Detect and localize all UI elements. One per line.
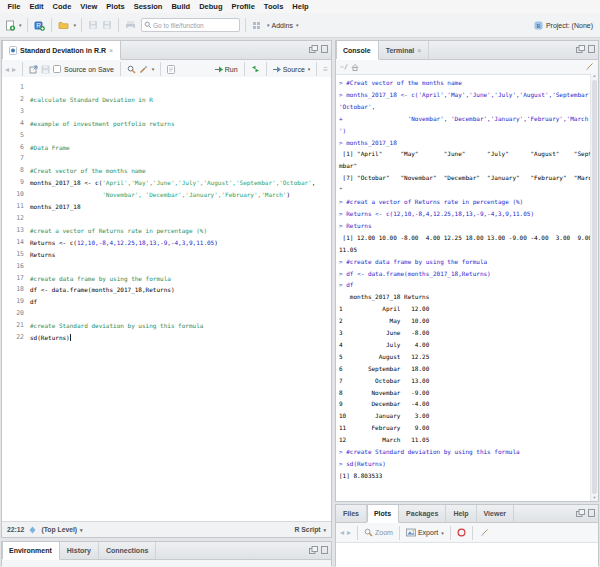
tab-history[interactable]: History — [60, 542, 99, 559]
menu-build[interactable]: Build — [167, 2, 195, 11]
code-line-5[interactable]: 5 — [2, 130, 331, 142]
maximize-pane-icon[interactable] — [321, 45, 328, 53]
clear-plots-icon[interactable] — [479, 528, 489, 538]
plot-back-icon[interactable]: ◂ — [340, 528, 344, 537]
code-line-9[interactable]: 9months_2017_18 <- c('April','May','June… — [2, 177, 331, 189]
console-line: 11.05 — [339, 244, 590, 256]
project-menu[interactable]: R Project: (None) — [534, 21, 596, 30]
minimize-pane-icon[interactable] — [309, 546, 318, 554]
save-icon[interactable] — [87, 17, 99, 33]
maximize-pane-icon[interactable] — [588, 45, 595, 53]
menu-profile[interactable]: Profile — [227, 2, 259, 11]
code-line-22[interactable]: 22sd(Returns) — [2, 332, 331, 344]
scroll-up-icon[interactable]: ▴ — [593, 73, 595, 79]
code-line-2[interactable]: 2#calculate Standard Deviation in R — [2, 94, 331, 106]
tab-environment[interactable]: Environment — [2, 542, 60, 560]
menu-file[interactable]: File — [3, 2, 25, 11]
minimize-pane-icon[interactable] — [576, 45, 585, 53]
scroll-thumb[interactable] — [592, 80, 597, 494]
code-line-21[interactable]: 21#create Standard deviation by using th… — [2, 320, 331, 332]
code-line-16[interactable]: 16 — [2, 261, 331, 273]
run-button[interactable]: Run — [215, 66, 238, 73]
nav-forward-icon[interactable]: ▸ — [12, 65, 16, 74]
menu-plots[interactable]: Plots — [102, 2, 129, 11]
code-line-7[interactable]: 7 — [2, 153, 331, 165]
rerun-icon[interactable] — [251, 65, 260, 73]
code-line-13[interactable]: 13#creat a vector of Returns rate in per… — [2, 225, 331, 237]
maximize-pane-icon[interactable] — [588, 509, 595, 517]
save-all-icon[interactable] — [101, 17, 113, 33]
new-file-caret-icon[interactable]: ▾ — [19, 22, 22, 28]
minimize-pane-icon[interactable] — [576, 509, 585, 517]
tab-viewer[interactable]: Viewer — [477, 505, 514, 522]
tab-standard-deviation-file[interactable]: Standard Deviation in R.R × — [2, 41, 121, 60]
code-line-1[interactable]: 1 — [2, 82, 331, 94]
tab-help[interactable]: Help — [446, 505, 476, 522]
code-line-6[interactable]: 6#Data Frame — [2, 142, 331, 154]
code-line-20[interactable]: 20 — [2, 308, 331, 320]
find-replace-icon[interactable] — [127, 65, 136, 74]
new-file-icon[interactable] — [4, 17, 16, 33]
tab-plots[interactable]: Plots — [367, 505, 399, 523]
line-number: 22 — [2, 332, 30, 344]
open-file-icon[interactable] — [57, 17, 71, 33]
menu-edit[interactable]: Edit — [25, 2, 48, 11]
console-scrollbar[interactable]: ▴ ▾ — [590, 73, 598, 501]
tab-console[interactable]: Console — [336, 41, 379, 60]
menu-session[interactable]: Session — [129, 2, 167, 11]
maximize-pane-icon[interactable] — [321, 546, 328, 554]
document-outline-icon[interactable]: ≡ — [323, 65, 328, 74]
remove-plot-icon[interactable] — [457, 528, 466, 537]
code-line-18[interactable]: 18df <- data.frame(months_2017_18,Return… — [2, 284, 331, 296]
new-project-icon[interactable]: R — [33, 17, 46, 33]
close-terminal-icon[interactable]: × — [417, 47, 421, 54]
code-tools-wand-icon[interactable] — [139, 65, 148, 74]
export-plot-button[interactable]: Export ▾ — [406, 528, 444, 537]
plot-forward-icon[interactable]: ▸ — [347, 528, 351, 537]
menu-debug[interactable]: Debug — [195, 2, 227, 11]
tab-terminal[interactable]: Terminal× — [379, 41, 430, 59]
file-type-selector[interactable]: R Script ▾ — [295, 526, 326, 533]
nav-back-icon[interactable]: ◂ — [5, 65, 9, 74]
popout-window-icon[interactable] — [29, 65, 38, 74]
console-output[interactable]: > #Creat vector of the months name> mont… — [336, 73, 598, 501]
home-icon[interactable] — [351, 63, 359, 71]
code-line-4[interactable]: 4#example of investment portfolio return… — [2, 118, 331, 130]
code-tools-caret-icon[interactable]: ▾ — [152, 66, 155, 72]
code-editor[interactable]: 12#calculate Standard Deviation in R34#e… — [2, 77, 331, 522]
code-line-11[interactable]: 11months_2017_18 — [2, 201, 331, 213]
code-line-14[interactable]: 14Returns <- c(12,10,-8,4,12.25,18,13,-9… — [2, 237, 331, 249]
code-line-17[interactable]: 17#create data frame by using the formul… — [2, 273, 331, 285]
scope-selector[interactable]: (Top Level) ▾ — [41, 526, 82, 533]
source-button[interactable]: Source ▾ — [273, 66, 311, 73]
menu-view[interactable]: View — [76, 2, 102, 11]
tab-packages[interactable]: Packages — [399, 505, 446, 522]
tab-files[interactable]: Files — [336, 505, 367, 522]
compile-report-icon[interactable] — [167, 65, 175, 74]
scroll-down-icon[interactable]: ▾ — [593, 495, 595, 501]
code-line-3[interactable]: 3 — [2, 106, 331, 118]
print-icon[interactable] — [124, 17, 137, 33]
minimize-pane-icon[interactable] — [309, 45, 318, 53]
zoom-plot-button[interactable]: Zoom — [364, 528, 393, 537]
source-caret-icon[interactable]: ▾ — [308, 66, 311, 72]
tab-connections[interactable]: Connections — [99, 542, 156, 559]
code-line-19[interactable]: 19df — [2, 296, 331, 308]
source-on-save-checkbox[interactable] — [53, 65, 61, 73]
code-line-10[interactable]: 10 'Novembar', 'Decembar','January','Feb… — [2, 189, 331, 201]
menu-tools[interactable]: Tools — [259, 2, 287, 11]
r-script-icon — [9, 46, 17, 55]
code-line-8[interactable]: 8#Creat vector of the months name — [2, 165, 331, 177]
goto-file-input[interactable] — [141, 18, 240, 32]
console-line: ') — [339, 125, 590, 137]
menu-code[interactable]: Code — [48, 2, 76, 11]
menu-help[interactable]: Help — [288, 2, 313, 11]
code-line-12[interactable]: 12 — [2, 213, 331, 225]
code-line-15[interactable]: 15Returns — [2, 249, 331, 261]
addins-grid-icon[interactable] — [251, 17, 262, 33]
addins-button[interactable]: ▾ Addins ▾ — [266, 22, 298, 29]
close-tab-icon[interactable]: × — [109, 47, 113, 54]
save-icon[interactable] — [41, 65, 50, 74]
clear-console-icon[interactable] — [584, 62, 594, 72]
open-file-caret-icon[interactable]: ▾ — [74, 22, 77, 28]
